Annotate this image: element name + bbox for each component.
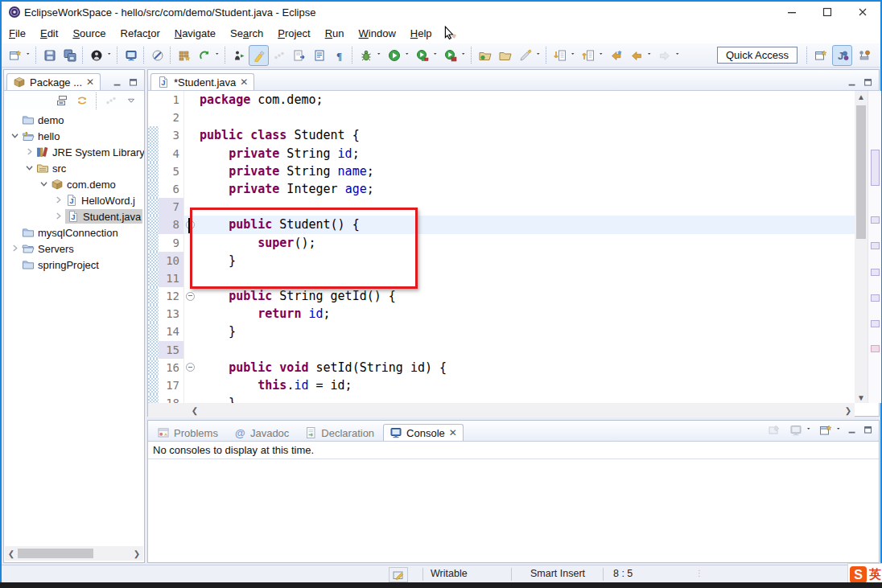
- dropdown-arrow-icon[interactable]: [376, 46, 384, 65]
- back-icon[interactable]: [626, 45, 646, 66]
- menu-run[interactable]: Run: [318, 25, 352, 42]
- editor-tab-student-java[interactable]: J *Student.java ✕: [150, 73, 254, 90]
- menu-file[interactable]: File: [2, 25, 33, 42]
- dropdown-arrow-icon[interactable]: [432, 46, 440, 65]
- overview-ruler[interactable]: [868, 91, 881, 403]
- console-tab-console[interactable]: Console✕: [383, 424, 464, 441]
- fold-toggle-icon[interactable]: [183, 287, 196, 305]
- view-menu-icon[interactable]: [122, 92, 140, 109]
- debug-icon[interactable]: [356, 45, 376, 66]
- minimize-button[interactable]: [774, 2, 810, 23]
- menu-source[interactable]: Source: [65, 25, 113, 42]
- refresh-icon[interactable]: [194, 45, 214, 66]
- menu-window[interactable]: Window: [352, 25, 403, 42]
- dropdown-arrow-icon[interactable]: [404, 46, 412, 65]
- code-line-13[interactable]: 13 return id;: [148, 305, 855, 323]
- overview-marker[interactable]: [871, 345, 880, 352]
- console-tab-declaration[interactable]: Declaration: [298, 424, 381, 441]
- code-line-3[interactable]: 3public class Student {: [148, 126, 855, 144]
- java-perspective-icon[interactable]: J: [832, 45, 852, 66]
- format-icon[interactable]: ¶: [329, 45, 349, 66]
- build-all-icon[interactable]: [174, 45, 194, 66]
- skip-breakpoints-icon[interactable]: [147, 45, 167, 66]
- menu-navigate[interactable]: Navigate: [167, 25, 223, 42]
- user-profile-icon[interactable]: [86, 45, 106, 66]
- editor-vscrollbar[interactable]: ▲ ▼: [855, 91, 868, 403]
- scroll-up-icon[interactable]: ▲: [855, 91, 868, 102]
- code-line-5[interactable]: 5 private String name;: [148, 162, 855, 180]
- code-line-11[interactable]: 11: [148, 269, 855, 287]
- dropdown-arrow-icon[interactable]: [835, 421, 843, 440]
- launch-client-icon[interactable]: [229, 45, 249, 66]
- tree-item-mysqlconnection[interactable]: mysqlConnection: [4, 224, 144, 241]
- open-task-icon[interactable]: [289, 45, 309, 66]
- close-icon[interactable]: ✕: [240, 77, 248, 87]
- display-console-icon[interactable]: [785, 420, 806, 441]
- chevron-expanded-icon[interactable]: [9, 130, 22, 142]
- scroll-down-icon[interactable]: ▼: [855, 392, 868, 403]
- save-icon[interactable]: [39, 45, 60, 66]
- open-folder-icon[interactable]: [475, 45, 495, 66]
- code-line-6[interactable]: 6 private Integer age;: [148, 180, 855, 198]
- focus-icon[interactable]: [102, 92, 120, 109]
- close-button[interactable]: [845, 2, 880, 23]
- console-tab-problems[interactable]: Problems: [150, 424, 225, 441]
- search-icon[interactable]: [515, 45, 535, 66]
- fold-toggle-icon[interactable]: [183, 359, 196, 376]
- dropdown-arrow-icon[interactable]: [25, 46, 33, 65]
- import-folder-icon[interactable]: [495, 45, 515, 66]
- tree-item-servers[interactable]: Servers: [4, 241, 144, 257]
- code-line-1[interactable]: 1package com.demo;: [148, 91, 855, 109]
- code-line-4[interactable]: 4 private String id;: [148, 145, 855, 162]
- scroll-right-icon[interactable]: ❯: [130, 549, 143, 558]
- tree-item-helloword-j[interactable]: JHelloWord.j: [4, 192, 144, 208]
- console-tab-javadoc[interactable]: @Javadoc: [227, 424, 295, 441]
- link-with-editor-icon[interactable]: [73, 92, 91, 109]
- fold-toggle-icon[interactable]: [183, 216, 196, 233]
- chevron-expanded-icon[interactable]: [23, 162, 36, 175]
- coverage-icon[interactable]: [412, 45, 432, 66]
- pin-console-icon[interactable]: [764, 420, 784, 441]
- minimize-view-button[interactable]: [110, 76, 125, 90]
- scrollbar-thumb[interactable]: [18, 549, 93, 558]
- open-console-icon[interactable]: [121, 45, 141, 66]
- new-wizard-icon[interactable]: [5, 45, 25, 66]
- scroll-left-icon[interactable]: ❮: [188, 406, 201, 415]
- tree-item-com-demo[interactable]: com.demo: [4, 176, 144, 192]
- overview-marker[interactable]: [871, 269, 880, 276]
- previous-annotation-icon[interactable]: [578, 45, 598, 66]
- chevron-collapsed-icon[interactable]: [9, 242, 22, 255]
- code-line-14[interactable]: 14 }: [148, 323, 855, 340]
- maximize-editor-button[interactable]: [861, 76, 876, 90]
- code-line-7[interactable]: 7: [148, 198, 855, 216]
- tree-item-jre-system-library[interactable]: JRE System Library: [4, 144, 144, 160]
- dropdown-arrow-icon[interactable]: [674, 46, 682, 65]
- code-line-12[interactable]: 12 public String getId() {: [148, 287, 855, 305]
- tree-item-demo[interactable]: demo: [4, 112, 144, 128]
- chevron-expanded-icon[interactable]: [38, 178, 51, 191]
- code-line-2[interactable]: 2: [148, 109, 855, 126]
- menu-project[interactable]: Project: [270, 25, 317, 42]
- scrollbar-thumb[interactable]: [856, 105, 866, 239]
- close-icon[interactable]: ✕: [86, 77, 94, 87]
- new-console-icon[interactable]: [815, 420, 835, 441]
- last-edit-location-icon[interactable]: [606, 45, 626, 66]
- code-line-10[interactable]: 10 }: [148, 252, 855, 269]
- dropdown-arrow-icon[interactable]: [214, 46, 222, 65]
- chevron-collapsed-icon[interactable]: [52, 210, 65, 223]
- minimize-view-button[interactable]: [845, 423, 859, 438]
- tree-item-src[interactable]: src: [4, 160, 144, 176]
- profile-icon[interactable]: [440, 45, 460, 66]
- overview-marker[interactable]: [871, 320, 880, 327]
- next-annotation-icon[interactable]: [550, 45, 570, 66]
- save-all-icon[interactable]: [60, 45, 80, 66]
- menu-search[interactable]: Search: [223, 25, 270, 42]
- editor-hscrollbar[interactable]: ❮ ❯: [148, 403, 855, 417]
- forward-icon[interactable]: [654, 45, 674, 66]
- code-line-8[interactable]: 8 public Student() {: [148, 216, 855, 233]
- close-icon[interactable]: ✕: [449, 428, 457, 438]
- run-icon[interactable]: [384, 45, 404, 66]
- dropdown-arrow-icon[interactable]: [535, 46, 543, 65]
- minimize-editor-button[interactable]: [845, 76, 859, 90]
- trim-icon[interactable]: [269, 45, 289, 66]
